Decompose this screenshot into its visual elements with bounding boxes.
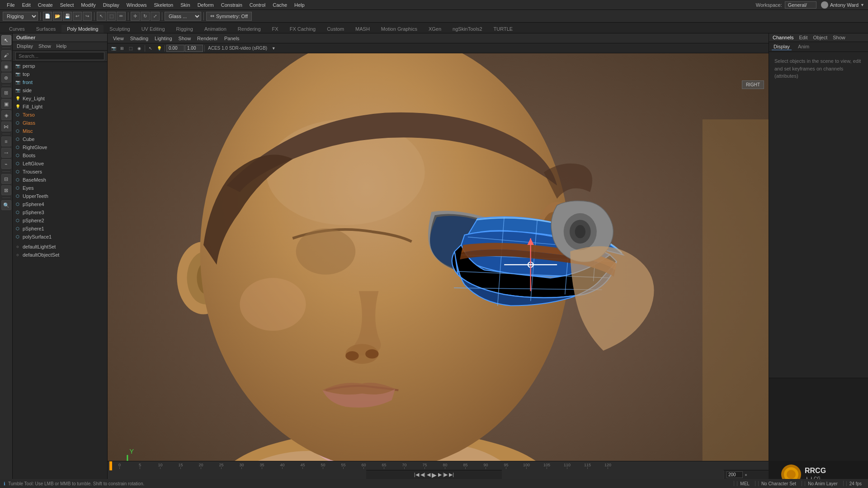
menu-create[interactable]: Create bbox=[35, 1, 56, 9]
outliner-item-eyes[interactable]: ⬡ Eyes bbox=[13, 184, 107, 192]
channels-tab-anim[interactable]: Anim bbox=[796, 43, 811, 50]
menu-windows[interactable]: Windows bbox=[123, 1, 150, 9]
outliner-menu-show[interactable]: Show bbox=[36, 43, 53, 49]
mode-dropdown[interactable]: Rigging bbox=[3, 12, 38, 21]
vp-menu-view[interactable]: View bbox=[110, 35, 127, 42]
vp-grid-btn[interactable]: ⊞ bbox=[118, 44, 126, 52]
pb-play[interactable]: ▶ bbox=[432, 471, 437, 479]
outliner-item-defaultlightset[interactable]: ○ defaultLightSet bbox=[13, 243, 107, 251]
outliner-item-top[interactable]: 📷 top bbox=[13, 70, 107, 78]
channels-tab-display[interactable]: Display bbox=[772, 43, 792, 50]
menu-deform[interactable]: Deform bbox=[194, 1, 217, 9]
viewport-content[interactable]: Z X Y RIGHT persp bbox=[108, 53, 769, 479]
timeline-ruler[interactable]: 0 5 10 15 20 25 30 35 40 45 50 55 60 65 … bbox=[108, 461, 769, 470]
menu-skin[interactable]: Skin bbox=[177, 1, 193, 9]
select-tool-btn[interactable]: ↖ bbox=[97, 12, 106, 21]
outliner-search-input[interactable] bbox=[15, 52, 104, 60]
workspace-dropdown[interactable]: General/ bbox=[785, 1, 816, 9]
outliner-item-basemesh[interactable]: ⬡ BaseMesh bbox=[13, 176, 107, 184]
vp-menu-lighting[interactable]: Lighting bbox=[152, 35, 175, 42]
outliner-item-misc[interactable]: ⬡ Misc bbox=[13, 127, 107, 135]
menu-modify[interactable]: Modify bbox=[78, 1, 99, 9]
outliner-item-psphere3[interactable]: ⬡ pSphere3 bbox=[13, 208, 107, 216]
outliner-item-front[interactable]: 📷 front bbox=[13, 78, 107, 86]
tab-rendering[interactable]: Rendering bbox=[232, 25, 266, 33]
channels-header-object[interactable]: Object bbox=[813, 35, 827, 40]
menu-help[interactable]: Help bbox=[291, 1, 308, 9]
select-tool[interactable]: ↖ bbox=[1, 35, 11, 45]
viewport[interactable]: View Shading Lighting Show Renderer Pane… bbox=[108, 33, 769, 479]
outliner-item-psphere2[interactable]: ⬡ pSphere2 bbox=[13, 216, 107, 225]
menu-display[interactable]: Display bbox=[100, 1, 123, 9]
outliner-item-side[interactable]: 📷 side bbox=[13, 86, 107, 94]
outliner-item-psphere1[interactable]: ⬡ pSphere1 bbox=[13, 225, 107, 233]
vp-menu-renderer[interactable]: Renderer bbox=[194, 35, 221, 42]
playback-end-input[interactable] bbox=[726, 471, 743, 478]
outliner-item-polysurface1[interactable]: ⬡ polySurface1 bbox=[13, 233, 107, 241]
redo-btn[interactable]: ↪ bbox=[83, 12, 92, 21]
outliner-item-cube[interactable]: ⬡ Cube bbox=[13, 135, 107, 143]
status-no-anim-layer[interactable]: No Anim Layer bbox=[805, 481, 840, 486]
vp-select-btn[interactable]: ↖ bbox=[146, 44, 155, 52]
outliner-item-defaultobjectset[interactable]: ○ defaultObjectSet bbox=[13, 251, 107, 259]
vp-menu-shading[interactable]: Shading bbox=[127, 35, 151, 42]
tab-rigging[interactable]: Rigging bbox=[171, 25, 198, 33]
outliner-item-trousers[interactable]: ⬡ Trousers bbox=[13, 168, 107, 176]
vp-lights-btn[interactable]: 💡 bbox=[155, 44, 163, 52]
status-mel[interactable]: MEL bbox=[737, 481, 752, 486]
status-no-character-set[interactable]: No Character Set bbox=[758, 481, 799, 486]
outliner-menu-display[interactable]: Display bbox=[14, 43, 35, 49]
outliner-menu-help[interactable]: Help bbox=[54, 43, 69, 49]
tab-turtle[interactable]: TURTLE bbox=[488, 25, 519, 33]
vp-wireframe-btn[interactable]: ⬚ bbox=[127, 44, 135, 52]
pb-to-end[interactable]: ▶| bbox=[449, 472, 454, 478]
paint-weight-tool[interactable]: ◉ bbox=[1, 61, 11, 71]
menu-select[interactable]: Select bbox=[57, 1, 77, 9]
menu-skeleton[interactable]: Skeleton bbox=[151, 1, 176, 9]
vp-menu-show[interactable]: Show bbox=[176, 35, 194, 42]
symmetry-tool[interactable]: ⊠ bbox=[1, 185, 11, 195]
outliner-item-key-light[interactable]: 💡 Key_Light bbox=[13, 94, 107, 103]
tab-surfaces[interactable]: Surfaces bbox=[31, 25, 61, 33]
menu-cache[interactable]: Cache bbox=[269, 1, 290, 9]
rotate-tool-btn[interactable]: ↻ bbox=[141, 12, 150, 21]
outliner-item-glass[interactable]: ⬡ Glass bbox=[13, 119, 107, 127]
outliner-item-psphere4[interactable]: ⬡ pSphere4 bbox=[13, 200, 107, 208]
vp-renderer-dropdown[interactable]: ▼ bbox=[269, 44, 278, 52]
menu-control[interactable]: Control bbox=[246, 1, 269, 9]
renderer-dropdown[interactable]: Glass ... bbox=[165, 12, 201, 21]
tab-ngskintools2[interactable]: ngSkinTools2 bbox=[447, 25, 487, 33]
outliner-item-rightglove[interactable]: ⬡ RightGlove bbox=[13, 143, 107, 151]
mirror-tool[interactable]: ⊟ bbox=[1, 174, 11, 184]
user-dropdown-arrow[interactable]: ▼ bbox=[860, 3, 864, 7]
vp-smooth-btn[interactable]: ◉ bbox=[135, 44, 143, 52]
undo-btn[interactable]: ↩ bbox=[73, 12, 82, 21]
tab-uv-editing[interactable]: UV Editing bbox=[136, 25, 170, 33]
tab-motion-graphics[interactable]: Motion Graphics bbox=[376, 25, 423, 33]
menu-file[interactable]: File bbox=[4, 1, 18, 9]
vp-value2-field[interactable] bbox=[185, 45, 203, 52]
menu-edit[interactable]: Edit bbox=[19, 1, 34, 9]
bridge-tool[interactable]: ⋈ bbox=[1, 122, 11, 131]
tab-mash[interactable]: MASH bbox=[350, 25, 375, 33]
vp-camera-btn[interactable]: 📷 bbox=[109, 44, 118, 52]
bevel-tool[interactable]: ◈ bbox=[1, 110, 11, 120]
outliner-item-fill-light[interactable]: 💡 Fill_Light bbox=[13, 103, 107, 111]
crease-tool[interactable]: ⌁ bbox=[1, 159, 11, 169]
pb-prev-key[interactable]: ◀| bbox=[420, 472, 425, 478]
slide-tool[interactable]: ⤍ bbox=[1, 148, 11, 158]
open-scene-btn[interactable]: 📂 bbox=[53, 12, 62, 21]
scale-tool-btn[interactable]: ⤢ bbox=[151, 12, 160, 21]
tab-fx-caching[interactable]: FX Caching bbox=[284, 25, 321, 33]
outliner-item-torso[interactable]: ⬡ Torso bbox=[13, 111, 107, 119]
pb-next-key[interactable]: |▶ bbox=[443, 472, 448, 478]
vp-menu-panels[interactable]: Panels bbox=[222, 35, 242, 42]
tab-xgen[interactable]: XGen bbox=[423, 25, 447, 33]
channels-header-show[interactable]: Show bbox=[833, 35, 845, 40]
save-scene-btn[interactable]: 💾 bbox=[63, 12, 72, 21]
new-scene-btn[interactable]: 📄 bbox=[43, 12, 52, 21]
tab-sculpting[interactable]: Sculpting bbox=[104, 25, 135, 33]
search-tool[interactable]: 🔍 bbox=[1, 200, 11, 210]
outliner-item-upperteeth[interactable]: ⬡ UpperTeeth bbox=[13, 192, 107, 200]
pb-prev-frame[interactable]: ◀ bbox=[427, 472, 430, 478]
